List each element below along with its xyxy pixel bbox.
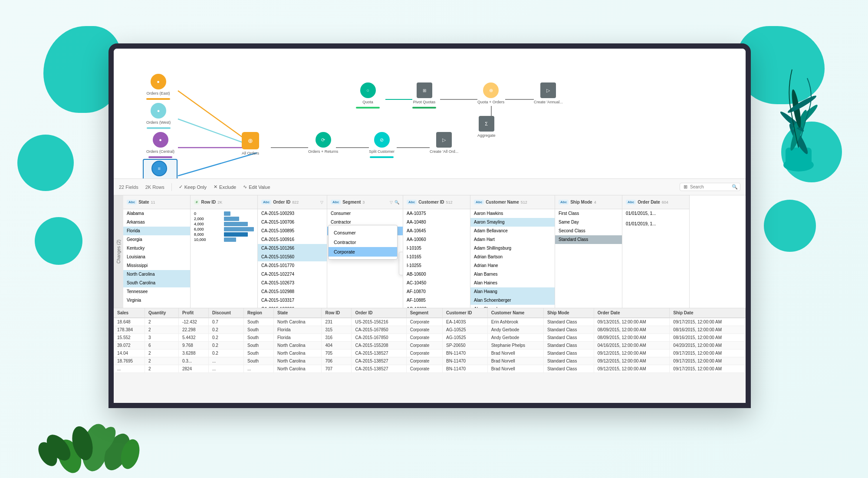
column-header-order-date: Abc Order Date 604: [622, 195, 689, 209]
list-item[interactable]: Adam Hart: [470, 235, 555, 244]
list-item[interactable]: AC-10450: [403, 279, 470, 287]
table-row[interactable]: 18.6482-12.4320.7SouthNorth Carolina231U…: [114, 318, 746, 326]
list-item[interactable]: I-10165: [403, 253, 470, 261]
column-segment: Abc Segment 3 ▽ 🔍 Consumer Contractor Co…: [327, 195, 403, 308]
list-item[interactable]: AG-10330: [403, 305, 470, 308]
table-row[interactable]: 178.384222.2980.2SouthFlorida315CA-2015-…: [114, 326, 746, 334]
table-cell: Andy Gerbode: [487, 326, 543, 334]
node-orders-returns: ⟳ Orders + Returns: [308, 132, 338, 154]
list-item[interactable]: AA-10480: [403, 218, 470, 227]
svg-rect-1: [786, 148, 812, 169]
list-item[interactable]: Georgia: [123, 235, 190, 244]
dropdown-item-consumer[interactable]: Consumer: [329, 228, 397, 237]
table-cell: 3.6288: [178, 349, 208, 357]
list-item[interactable]: CA-2015-101770: [258, 261, 327, 270]
table-cell: BN-11470: [443, 349, 488, 357]
table-body: 18.6482-12.4320.7SouthNorth Carolina231U…: [114, 318, 746, 373]
list-item[interactable]: Alan Barnes: [470, 270, 555, 279]
table-row[interactable]: 39.07269.7680.2SouthNorth Carolina404CA-…: [114, 342, 746, 349]
list-item[interactable]: Adrian Bartson: [470, 253, 555, 261]
list-item[interactable]: Louisiana: [123, 253, 190, 261]
column-state: Abc State 11 Alabama Arkansas Florida Ge…: [123, 195, 191, 308]
list-item[interactable]: 01/01/2019, 1...: [622, 220, 689, 228]
list-item[interactable]: Kentucky: [123, 244, 190, 253]
table-wrapper[interactable]: Sales Quantity Profit Discount Region St…: [114, 308, 746, 373]
table-cell: 04/20/2015, 12:00:00 AM: [670, 342, 746, 349]
list-item[interactable]: Arkansas: [123, 218, 190, 227]
list-item[interactable]: AF-10885: [403, 296, 470, 305]
list-item[interactable]: CA-2015-100916: [258, 235, 327, 244]
column-body-row-id: 0 2,000 4,000 6,000 8,000 10,000: [191, 209, 257, 308]
bar-item: 8,000: [192, 232, 256, 237]
table-cell: 6: [145, 342, 178, 349]
edit-value-button[interactable]: ∿ Edit Value: [243, 184, 270, 190]
list-item[interactable]: Aaron Smayling: [470, 218, 555, 227]
list-item[interactable]: Consumer: [327, 209, 403, 218]
list-item[interactable]: AA-10060: [403, 235, 470, 244]
list-item[interactable]: CA-2015-101560: [258, 253, 327, 261]
list-item[interactable]: Second Class: [555, 227, 622, 235]
list-item[interactable]: Alan Haines: [470, 279, 555, 287]
list-item[interactable]: Alabama: [123, 209, 190, 218]
search-box[interactable]: ⊞ 🔍: [680, 183, 740, 191]
list-item[interactable]: CA-2015-102673: [258, 279, 327, 287]
column-header-order-id: Abc Order ID 822 ▽: [258, 195, 327, 209]
list-item[interactable]: Mississippi: [123, 261, 190, 270]
table-cell: 707: [322, 365, 352, 373]
table-row[interactable]: ...22824......North Carolina707CA-2015-1…: [114, 365, 746, 373]
table-cell: 178.384: [114, 326, 145, 334]
table-cell: 0.3...: [178, 357, 208, 365]
list-item[interactable]: Florida: [123, 227, 190, 235]
table-cell: 08/09/2015, 12:00:00 AM: [594, 326, 670, 334]
table-row[interactable]: 15.55235.44320.2SouthFlorida316CA-2015-1…: [114, 334, 746, 342]
list-item[interactable]: CA-2015-100293: [258, 209, 327, 218]
list-item[interactable]: North Carolina: [123, 270, 190, 279]
list-item[interactable]: AA-10375: [403, 209, 470, 218]
list-item[interactable]: Same Day: [555, 218, 622, 227]
dropdown-item-corporate[interactable]: Corporate: [329, 247, 397, 257]
list-item[interactable]: Aaron Hawkins: [470, 209, 555, 218]
list-item[interactable]: Alan Hwang: [470, 287, 555, 296]
table-cell: Stephanie Phelps: [487, 342, 543, 349]
list-item[interactable]: Alan Schoenberger: [470, 296, 555, 305]
list-item[interactable]: 01/01/2015, 1...: [622, 209, 689, 218]
table-cell: CA-2015-155208: [352, 342, 406, 349]
list-item[interactable]: AA-10645: [403, 227, 470, 235]
list-item[interactable]: First Class: [555, 209, 622, 218]
list-item[interactable]: CA-2015-100706: [258, 218, 327, 227]
table-cell: Standard Class: [544, 334, 594, 342]
list-item[interactable]: Tennessee: [123, 287, 190, 296]
table-cell: South: [243, 342, 273, 349]
search-input[interactable]: [690, 185, 729, 189]
list-item[interactable]: CA-2015-102274: [258, 270, 327, 279]
list-item[interactable]: AB-10600: [403, 270, 470, 279]
table-cell: CA-2015-167850: [352, 326, 406, 334]
exclude-button[interactable]: ✕ Exclude: [214, 184, 236, 190]
list-item[interactable]: I-10105: [403, 244, 470, 253]
table-cell: 404: [322, 342, 352, 349]
table-cell: 5.4432: [178, 334, 208, 342]
rows-count: 2K Rows: [145, 185, 164, 190]
list-item[interactable]: CA-2015-100895: [258, 227, 327, 235]
list-item[interactable]: Standard Class: [555, 235, 622, 244]
table-cell: BN-11470: [443, 357, 488, 365]
dropdown-item-contractor[interactable]: Contractor: [329, 237, 397, 247]
bar-item: 4,000: [192, 221, 256, 227]
table-row[interactable]: 18.769520.3......SouthNorth Carolina706C…: [114, 357, 746, 365]
list-item[interactable]: I-10255: [403, 261, 470, 270]
keep-only-button[interactable]: ✓ Keep Only: [179, 184, 207, 190]
list-item[interactable]: Alan Shonely: [470, 305, 555, 308]
list-item[interactable]: Adam Bellavance: [470, 227, 555, 235]
list-item[interactable]: Virginia: [123, 296, 190, 305]
list-item[interactable]: CA-2015-102988: [258, 287, 327, 296]
list-item[interactable]: CA-2015-101266: [258, 244, 327, 253]
list-item[interactable]: CA-2015-103317: [258, 296, 327, 305]
list-item[interactable]: CA-2015-103366: [258, 305, 327, 308]
table-cell: 3: [145, 334, 178, 342]
list-item[interactable]: South Carolina: [123, 279, 190, 287]
list-item[interactable]: Adam Shillingsburg: [470, 244, 555, 253]
table-row[interactable]: 14.0423.62880.2SouthNorth Carolina705CA-…: [114, 349, 746, 357]
list-item[interactable]: Adrian Hane: [470, 261, 555, 270]
table-cell: 08/16/2015, 12:00:00 AM: [670, 326, 746, 334]
list-item[interactable]: AF-10870: [403, 287, 470, 296]
